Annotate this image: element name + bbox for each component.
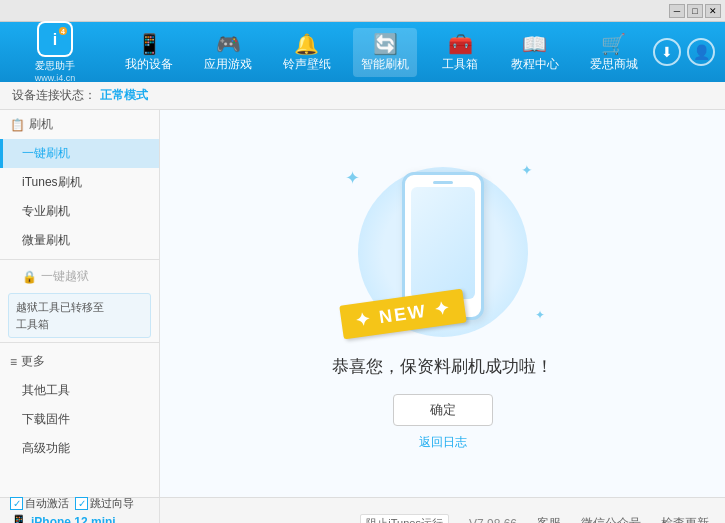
nav-my-device[interactable]: 📱 我的设备 bbox=[117, 28, 181, 77]
nav-smart-flash[interactable]: 🔄 智能刷机 bbox=[353, 28, 417, 77]
sidebar-item-other-tools[interactable]: 其他工具 bbox=[0, 376, 159, 405]
app-game-label: 应用游戏 bbox=[204, 56, 252, 73]
nav-right: ⬇ 👤 bbox=[653, 38, 715, 66]
version-text: V7.98.66 bbox=[469, 517, 517, 524]
toolbox-label: 工具箱 bbox=[442, 56, 478, 73]
sidebar-item-advanced[interactable]: 高级功能 bbox=[0, 434, 159, 463]
sidebar-item-itunes-flash[interactable]: iTunes刷机 bbox=[0, 168, 159, 197]
sidebar-jailbreak-header: 🔒 一键越狱 bbox=[0, 264, 159, 289]
ringtone-icon: 🔔 bbox=[294, 32, 319, 56]
nav-ringtone[interactable]: 🔔 铃声壁纸 bbox=[275, 28, 339, 77]
toolbox-icon: 🧰 bbox=[448, 32, 473, 56]
sidebar-more-header: ≡ 更多 bbox=[0, 347, 159, 376]
sidebar-item-one-key-flash[interactable]: 一键刷机 bbox=[0, 139, 159, 168]
device-row: 📱 iPhone 12 mini bbox=[10, 514, 149, 524]
more-header-icon: ≡ bbox=[10, 355, 17, 369]
close-btn[interactable]: ✕ bbox=[705, 4, 721, 18]
sidebar-item-download-fw[interactable]: 下载固件 bbox=[0, 405, 159, 434]
minimize-btn[interactable]: ─ bbox=[669, 4, 685, 18]
nav-shop[interactable]: 🛒 爱思商城 bbox=[582, 28, 646, 77]
phone-screen bbox=[411, 187, 475, 299]
sidebar-flash-header: 📋 刷机 bbox=[0, 110, 159, 139]
sidebar: 📋 刷机 一键刷机 iTunes刷机 专业刷机 微量刷机 🔒 一键越狱 越狱工具… bbox=[0, 110, 160, 497]
auto-start-checkbox[interactable]: ✓ 自动激活 bbox=[10, 496, 69, 511]
tutorial-icon: 📖 bbox=[522, 32, 547, 56]
back-link[interactable]: 返回日志 bbox=[419, 434, 467, 451]
phone-speaker bbox=[433, 181, 453, 184]
smart-flash-icon: 🔄 bbox=[373, 32, 398, 56]
user-btn[interactable]: 👤 bbox=[687, 38, 715, 66]
sidebar-item-save-flash[interactable]: 微量刷机 bbox=[0, 226, 159, 255]
wechat-link[interactable]: 微信公众号 bbox=[581, 515, 641, 523]
skip-guide-cb-box: ✓ bbox=[75, 497, 88, 510]
svg-text:4: 4 bbox=[61, 28, 65, 35]
nav-app-game[interactable]: 🎮 应用游戏 bbox=[196, 28, 260, 77]
svg-text:i: i bbox=[53, 31, 57, 48]
success-message: 恭喜您，保资料刷机成功啦！ bbox=[332, 355, 553, 378]
logo-icon: i 4 bbox=[37, 21, 73, 57]
flash-header-label: 刷机 bbox=[29, 116, 53, 133]
device-name: iPhone 12 mini bbox=[31, 515, 116, 524]
shop-icon: 🛒 bbox=[601, 32, 626, 56]
sidebar-item-pro-flash[interactable]: 专业刷机 bbox=[0, 197, 159, 226]
shop-label: 爱思商城 bbox=[590, 56, 638, 73]
tutorial-label: 教程中心 bbox=[511, 56, 559, 73]
customer-service-link[interactable]: 客服 bbox=[537, 515, 561, 523]
title-bar: ─ □ ✕ bbox=[0, 0, 725, 22]
confirm-button[interactable]: 确定 bbox=[393, 394, 493, 426]
flash-header-icon: 📋 bbox=[10, 118, 25, 132]
success-illustration: ✦ NEW ✦ ✦ ✦ ✦ bbox=[333, 157, 553, 347]
main-area: 📋 刷机 一键刷机 iTunes刷机 专业刷机 微量刷机 🔒 一键越狱 越狱工具… bbox=[0, 110, 725, 497]
top-nav: i 4 爱思助手 www.i4.cn 📱 我的设备 🎮 应用游戏 🔔 铃声壁纸 … bbox=[0, 22, 725, 82]
checkbox-row: ✓ 自动激活 ✓ 跳过向导 bbox=[10, 496, 149, 511]
device-phone-icon: 📱 bbox=[10, 514, 27, 524]
check-update-link[interactable]: 检查更新 bbox=[661, 515, 709, 523]
lock-icon: 🔒 bbox=[22, 270, 37, 284]
logo: i 4 爱思助手 www.i4.cn bbox=[10, 21, 100, 83]
sidebar-jailbreak-info: 越狱工具已转移至工具箱 bbox=[8, 293, 151, 338]
sidebar-divider-2 bbox=[0, 342, 159, 343]
app-game-icon: 🎮 bbox=[216, 32, 241, 56]
status-bar: 设备连接状态： 正常模式 bbox=[0, 82, 725, 110]
bottom-bar: ✓ 自动激活 ✓ 跳过向导 📱 iPhone 12 mini 64GB Down… bbox=[0, 497, 725, 523]
nav-toolbox[interactable]: 🧰 工具箱 bbox=[432, 28, 488, 77]
itunes-btn[interactable]: 阻止iTunes运行 bbox=[360, 514, 449, 523]
ringtone-label: 铃声壁纸 bbox=[283, 56, 331, 73]
sparkle-2: ✦ bbox=[521, 162, 533, 178]
my-device-icon: 📱 bbox=[137, 32, 162, 56]
my-device-label: 我的设备 bbox=[125, 56, 173, 73]
status-value: 正常模式 bbox=[100, 87, 148, 104]
skip-guide-checkbox[interactable]: ✓ 跳过向导 bbox=[75, 496, 134, 511]
nav-items: 📱 我的设备 🎮 应用游戏 🔔 铃声壁纸 🔄 智能刷机 🧰 工具箱 📖 教程中心… bbox=[110, 28, 653, 77]
maximize-btn[interactable]: □ bbox=[687, 4, 703, 18]
status-label: 设备连接状态： bbox=[12, 87, 96, 104]
content-area: ✦ NEW ✦ ✦ ✦ ✦ 恭喜您，保资料刷机成功啦！ 确定 返回日志 bbox=[160, 110, 725, 497]
bottom-sidebar: ✓ 自动激活 ✓ 跳过向导 📱 iPhone 12 mini 64GB Down… bbox=[0, 498, 160, 523]
logo-url: www.i4.cn bbox=[35, 73, 76, 83]
logo-name: 爱思助手 bbox=[35, 59, 75, 73]
sparkle-1: ✦ bbox=[345, 167, 360, 189]
download-btn[interactable]: ⬇ bbox=[653, 38, 681, 66]
sidebar-divider-1 bbox=[0, 259, 159, 260]
bottom-content: 阻止iTunes运行 V7.98.66 客服 微信公众号 检查更新 bbox=[160, 498, 725, 523]
auto-start-cb-box: ✓ bbox=[10, 497, 23, 510]
sparkle-3: ✦ bbox=[535, 308, 545, 322]
nav-tutorial[interactable]: 📖 教程中心 bbox=[503, 28, 567, 77]
smart-flash-label: 智能刷机 bbox=[361, 56, 409, 73]
